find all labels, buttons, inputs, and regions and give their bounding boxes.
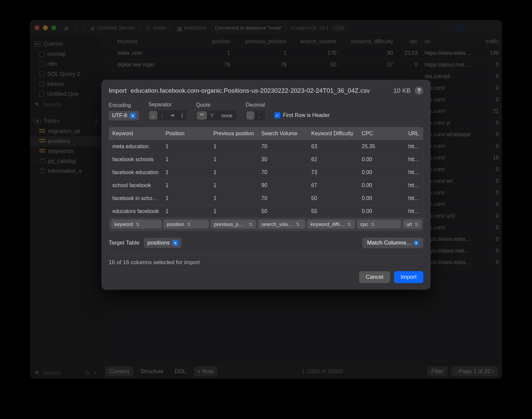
- preview-row[interactable]: meta education11706325.35http educ: [109, 140, 423, 153]
- preview-row[interactable]: facebook schools1130620.00http educ: [109, 153, 423, 166]
- chevron-updown-icon: ⇅: [136, 222, 140, 227]
- quote-label: Quote: [196, 102, 237, 108]
- segment-option[interactable]: none: [218, 111, 236, 120]
- preview-row[interactable]: school facebook1190670.00http educ: [109, 179, 423, 192]
- chevron-updown-icon: ⇅: [249, 222, 253, 227]
- segment-option[interactable]: |: [178, 111, 186, 120]
- help-icon[interactable]: ?: [415, 86, 423, 95]
- import-dialog: Import education.facebook.com-organic.Po…: [101, 80, 431, 290]
- cancel-button[interactable]: Cancel: [359, 271, 390, 283]
- preview-header[interactable]: Keyword: [109, 127, 162, 140]
- target-table-label: Target Table: [109, 240, 139, 246]
- dialog-title-prefix: Import: [109, 87, 127, 94]
- quote-segment[interactable]: ""\"none: [196, 111, 237, 120]
- preview-header[interactable]: Search Volume: [258, 127, 308, 140]
- column-map-select[interactable]: keyword_diffi…⇅: [307, 220, 355, 229]
- import-button[interactable]: Import: [394, 271, 423, 283]
- first-row-header-checkbox[interactable]: ✓: [274, 112, 280, 118]
- segment-option[interactable]: "": [197, 111, 207, 120]
- chevron-updown-icon: ⇅: [130, 113, 136, 119]
- chevron-updown-icon: ⇅: [415, 222, 419, 227]
- segment-option[interactable]: ,: [149, 111, 157, 120]
- chevron-updown-icon: ⇅: [296, 222, 300, 227]
- preview-header[interactable]: URL: [405, 127, 423, 140]
- chevron-updown-icon: ⇅: [187, 222, 191, 227]
- segment-option[interactable]: ⇥: [167, 111, 178, 120]
- match-columns-button[interactable]: Match Columns…▾: [362, 238, 423, 248]
- column-map-select[interactable]: search_volu…⇅: [258, 220, 305, 229]
- preview-header[interactable]: Previous position: [210, 127, 258, 140]
- segment-option[interactable]: \": [207, 111, 217, 120]
- segment-option[interactable]: .: [246, 111, 254, 120]
- encoding-label: Encoding: [109, 102, 139, 108]
- import-preview: Keyword Position Previous position Searc…: [109, 127, 423, 231]
- file-size: 10 KB: [393, 87, 411, 94]
- preview-header[interactable]: Keyword Difficulty: [308, 127, 358, 140]
- decimal-segment[interactable]: .,: [246, 111, 265, 120]
- target-table-select[interactable]: positions⇅: [144, 238, 182, 248]
- preview-header[interactable]: Position: [162, 127, 210, 140]
- column-map-select[interactable]: url⇅: [403, 220, 422, 229]
- preview-header[interactable]: CPC: [358, 127, 405, 140]
- import-status: 16 of 16 columns selected for import: [109, 256, 423, 271]
- column-map-select[interactable]: keyword⇅: [111, 220, 162, 229]
- separator-label: Separator: [148, 102, 187, 108]
- dialog-filename: education.facebook.com-organic.Positions…: [131, 87, 370, 94]
- preview-row[interactable]: facebook education1170730.00http educ: [109, 166, 423, 179]
- modal-overlay: Import education.facebook.com-organic.Po…: [30, 20, 502, 379]
- separator-segment[interactable]: ,;⇥|: [148, 110, 187, 120]
- chevron-updown-icon: ⇅: [347, 222, 351, 227]
- column-map-select[interactable]: position⇅: [164, 220, 209, 229]
- chevron-updown-icon: ⇅: [371, 222, 375, 227]
- column-map-select[interactable]: cpc⇅: [357, 220, 401, 229]
- encoding-select[interactable]: UTF-8⇅: [109, 111, 139, 120]
- preview-row[interactable]: educators facebook1150550.00http educ: [109, 205, 423, 218]
- first-row-header-label: First Row is Header: [283, 112, 330, 118]
- preview-row[interactable]: facebook in schools1170500.00http educ: [109, 192, 423, 205]
- chevron-updown-icon: ⇅: [172, 240, 178, 246]
- segment-option[interactable]: ,: [255, 111, 263, 120]
- segment-option[interactable]: ;: [158, 111, 166, 120]
- decimal-label: Decimal: [246, 102, 265, 108]
- column-map-select[interactable]: previous_po…⇅: [211, 220, 256, 229]
